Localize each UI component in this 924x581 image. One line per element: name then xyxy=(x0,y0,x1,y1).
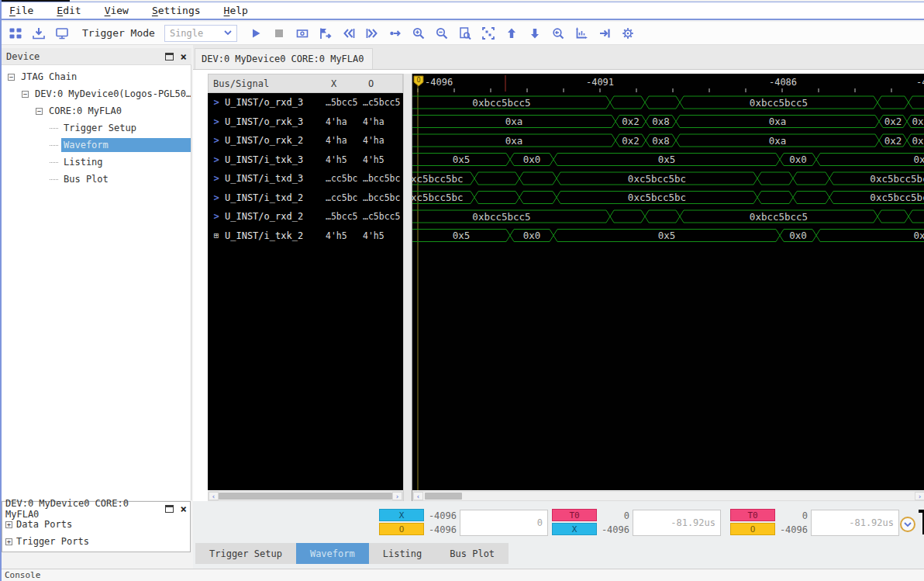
tree-item-core-0-myfla0[interactable]: −CORE:0 MyFLA0 xyxy=(2,102,191,119)
run-to-flag-button[interactable] xyxy=(316,24,335,43)
marker-position-input[interactable] xyxy=(811,510,899,536)
col-o[interactable]: O xyxy=(368,78,402,89)
tree-item-dev-0-mydevice0-logos-pgl50-[interactable]: −DEV:0 MyDevice0(Logos-PGL50… xyxy=(2,85,191,102)
settings-button[interactable] xyxy=(619,24,637,43)
float-panel-icon[interactable] xyxy=(165,505,174,513)
search-backward-button[interactable] xyxy=(549,24,567,43)
run-forward-button[interactable] xyxy=(386,24,405,43)
zoom-out-button[interactable] xyxy=(433,24,451,43)
console-bar[interactable]: Console xyxy=(2,569,924,581)
signal-row[interactable]: >U_INST/o_rxd_3…5bcc5…c5bcc5 xyxy=(208,93,403,112)
signal-row[interactable]: >U_INST/i_txd_3…cc5bc…bcc5bc xyxy=(208,169,403,188)
titlebar-remnant xyxy=(2,0,70,2)
marker-options-button[interactable] xyxy=(900,517,915,532)
scroll-left-icon[interactable]: ‹ xyxy=(413,492,423,500)
wave-row-u-inst-o-rxk-3[interactable]: 0xa0x20x80xa0x20x xyxy=(412,116,924,128)
cursor-down-button[interactable] xyxy=(526,24,544,43)
wave-row-u-inst-o-rxd-3[interactable]: 0xbcc5bcc50xbcc5bcc5 xyxy=(412,96,924,109)
tree-item-bus-plot[interactable]: Bus Plot xyxy=(2,171,191,188)
close-panel-icon[interactable]: × xyxy=(181,53,187,61)
col-x[interactable]: X xyxy=(331,78,368,89)
chevron-right-icon[interactable]: > xyxy=(208,97,225,108)
collapse-icon[interactable]: − xyxy=(8,74,15,81)
prev-transition-button[interactable] xyxy=(340,24,358,43)
signal-row[interactable]: ⊞U_INST/i_txk_24'h54'h5 xyxy=(208,227,403,246)
next-transition-button[interactable] xyxy=(363,24,381,43)
menu-ettings[interactable]: Settings xyxy=(152,5,201,16)
waveform-hscrollbar[interactable]: ‹ › xyxy=(412,491,924,501)
bus-segment xyxy=(908,210,924,223)
marker-position-input[interactable] xyxy=(633,510,721,536)
scroll-right-icon[interactable]: › xyxy=(915,492,924,500)
tab-trigger-setup[interactable]: Trigger Setup xyxy=(195,543,296,564)
capture-window-button[interactable] xyxy=(293,24,312,43)
menu-dit[interactable]: Edit xyxy=(57,5,81,16)
fit-view-button[interactable] xyxy=(479,24,498,43)
expand-icon[interactable]: + xyxy=(5,538,12,545)
signal-x-value: 4'ha xyxy=(326,116,363,127)
marker-badge-x[interactable]: X xyxy=(379,509,424,521)
waveform-canvas[interactable]: -4096-4091-4086-4081O0xbcc5bcc50xbcc5bcc… xyxy=(412,74,924,490)
connect-devices-button[interactable] xyxy=(6,24,25,43)
tree-item-jtag-chain[interactable]: −JTAG Chain xyxy=(2,68,191,85)
wave-row-u-inst-i-txd-3[interactable]: 0xc5bcc5bc0xc5bcc5bc0xc5bcc5bc xyxy=(412,172,924,185)
run-button[interactable] xyxy=(247,24,265,43)
tab-bus-plot[interactable]: Bus Plot xyxy=(436,543,509,564)
marker-badge-t0[interactable]: T0 xyxy=(730,509,775,521)
marker-badge-x[interactable]: X xyxy=(552,523,597,535)
signal-row[interactable]: >U_INST/i_txd_2…cc5bc…bcc5bc xyxy=(208,188,403,208)
wave-row-u-inst-i-txk-3[interactable]: 0x50x00x50x00x xyxy=(412,154,924,166)
scroll-left-icon[interactable]: ‹ xyxy=(209,492,219,500)
zoom-in-button[interactable] xyxy=(409,24,428,43)
expand-icon[interactable]: + xyxy=(5,521,12,528)
chevron-right-icon[interactable]: > xyxy=(208,135,225,146)
signal-row[interactable]: >U_INST/o_rxk_34'ha4'ha xyxy=(208,112,403,132)
chevron-right-icon[interactable]: > xyxy=(208,211,225,222)
marker-badge-t0[interactable]: T0 xyxy=(552,509,597,521)
float-panel-icon[interactable] xyxy=(165,53,174,61)
chevron-right-icon[interactable]: > xyxy=(208,192,225,203)
col-bus-signal[interactable]: Bus/Signal xyxy=(213,78,331,89)
marker-badge-o[interactable]: O xyxy=(379,523,424,535)
chevron-right-icon[interactable]: > xyxy=(208,116,225,127)
tree-item-listing[interactable]: Listing xyxy=(2,154,191,171)
wave-row-u-inst-i-txk-2[interactable]: 0x50x00x50x00x xyxy=(412,230,924,242)
signal-row[interactable]: >U_INST/o_rxk_24'ha4'ha xyxy=(208,131,403,150)
document-tab[interactable]: DEV:0 MyDevice0 CORE:0 MyFLA0 xyxy=(195,48,373,69)
console-label: Console xyxy=(5,570,40,580)
signal-table-hscrollbar[interactable]: ‹ › xyxy=(208,491,403,501)
display-button[interactable] xyxy=(53,24,71,43)
chevron-right-icon[interactable]: > xyxy=(208,154,225,165)
search-document-button[interactable] xyxy=(456,24,474,43)
menu-elp[interactable]: Help xyxy=(224,5,248,16)
menu-iew[interactable]: View xyxy=(105,5,129,16)
collapse-icon[interactable]: − xyxy=(22,91,29,98)
bus-value-label: 0x xyxy=(912,116,924,127)
scroll-right-icon[interactable]: › xyxy=(392,492,402,500)
signal-row[interactable]: >U_INST/o_rxd_2…5bcc5…c5bcc5 xyxy=(208,207,403,227)
marker-badge-o[interactable]: O xyxy=(730,523,775,535)
wave-row-u-inst-o-rxk-2[interactable]: 0xa0x20x80xa0x20x xyxy=(412,134,924,147)
ports-item-trigger-ports[interactable]: +Trigger Ports xyxy=(2,533,190,550)
marker-position-input[interactable] xyxy=(460,510,548,536)
goto-end-button[interactable] xyxy=(595,24,614,43)
download-button[interactable] xyxy=(29,24,48,43)
stop-button[interactable] xyxy=(270,24,288,43)
tree-item-waveform[interactable]: Waveform xyxy=(2,137,191,154)
trigger-mode-select[interactable]: Single xyxy=(164,25,237,42)
wave-row-u-inst-i-txd-2[interactable]: 0xc5bcc5bc0xc5bcc5bc0xc5bcc5bc xyxy=(412,192,924,204)
tab-listing[interactable]: Listing xyxy=(369,543,436,564)
menu-ile[interactable]: File xyxy=(9,5,33,16)
axes-view-button[interactable] xyxy=(572,24,591,43)
cursor-up-button[interactable] xyxy=(502,24,521,43)
wave-row-u-inst-o-rxd-2[interactable]: 0xbcc5bcc50xbcc5bcc5 xyxy=(412,210,924,223)
chevron-right-icon[interactable]: > xyxy=(208,173,225,184)
signal-row[interactable]: >U_INST/i_txk_34'h54'h5 xyxy=(208,150,403,170)
table-wave-splitter[interactable] xyxy=(403,74,412,501)
expand-icon[interactable]: ⊞ xyxy=(208,230,225,240)
tab-waveform[interactable]: Waveform xyxy=(296,543,369,564)
close-panel-icon[interactable]: × xyxy=(181,505,187,513)
signal-x-value: …5bcc5 xyxy=(326,211,363,222)
collapse-icon[interactable]: − xyxy=(36,108,43,115)
tree-item-trigger-setup[interactable]: Trigger Setup xyxy=(2,119,191,137)
